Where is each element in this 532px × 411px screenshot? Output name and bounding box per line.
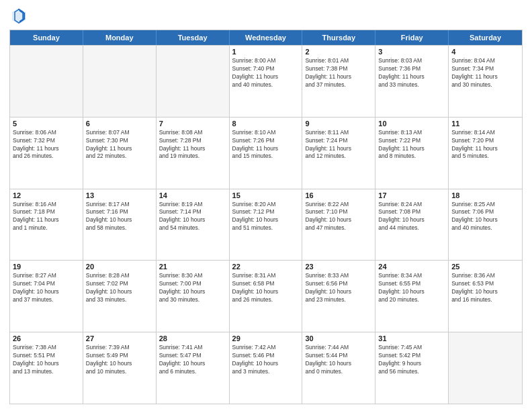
cell-line: Daylight: 10 hours [232,360,300,368]
cell-line: Sunset: 5:46 PM [232,352,300,360]
day-of-week-sunday: Sunday [10,30,83,45]
day-cell-14: 14Sunrise: 8:19 AMSunset: 7:14 PMDayligh… [157,189,230,261]
cell-line: Sunset: 7:16 PM [86,208,153,216]
cell-line: and 15 minutes. [232,152,300,161]
day-number: 31 [378,334,445,342]
cell-line: Sunset: 7:32 PM [13,137,80,145]
cell-line: Sunset: 7:36 PM [378,65,445,73]
cell-line: and 33 minutes. [86,296,153,304]
cell-line: and 0 minutes. [305,368,372,376]
cell-line: and 30 minutes. [451,81,519,89]
cell-line: Sunrise: 7:45 AM [378,344,445,352]
day-cell-1: 1Sunrise: 8:00 AMSunset: 7:40 PMDaylight… [230,46,303,117]
cell-line: and 37 minutes. [13,296,80,304]
logo-icon [9,7,28,26]
cell-line: and 23 minutes. [305,296,372,304]
cell-line: Sunrise: 8:06 AM [13,129,80,137]
cell-line: Sunrise: 7:41 AM [159,344,226,352]
cell-line: Sunset: 6:53 PM [451,280,519,288]
cell-line: Sunrise: 8:19 AM [159,201,226,209]
cell-line: and 33 minutes. [378,81,445,89]
cell-line: Sunrise: 8:01 AM [305,57,372,65]
cell-line: Sunset: 7:08 PM [378,208,445,216]
cell-line: Sunrise: 7:39 AM [86,344,153,352]
cell-line: and 16 minutes. [451,296,519,304]
cell-line: Sunset: 7:26 PM [232,137,300,145]
cell-line: Sunset: 7:18 PM [13,208,80,216]
cell-line: Daylight: 10 hours [305,216,372,224]
day-number: 2 [305,48,372,56]
day-cell-15: 15Sunrise: 8:20 AMSunset: 7:12 PMDayligh… [230,189,303,261]
day-cell-21: 21Sunrise: 8:30 AMSunset: 7:00 PMDayligh… [157,261,230,332]
cell-line: Sunrise: 8:14 AM [451,129,519,137]
cell-line: Daylight: 11 hours [305,73,372,81]
cell-line: Sunset: 7:34 PM [451,65,519,73]
day-cell-19: 19Sunrise: 8:27 AMSunset: 7:04 PMDayligh… [10,261,83,332]
day-number: 7 [159,120,226,128]
day-cell-12: 12Sunrise: 8:16 AMSunset: 7:18 PMDayligh… [10,189,83,261]
cell-line: Sunset: 7:24 PM [305,137,372,145]
cell-line: and 40 minutes. [232,81,300,89]
day-cell-16: 16Sunrise: 8:22 AMSunset: 7:10 PMDayligh… [302,189,375,261]
day-number: 9 [305,120,372,128]
cell-line: Daylight: 11 hours [13,145,80,153]
cell-line: and 1 minute. [13,224,80,232]
cell-line: Sunrise: 8:03 AM [378,57,445,65]
cell-line: Sunset: 7:38 PM [305,65,372,73]
day-of-week-friday: Friday [375,30,449,45]
day-cell-10: 10Sunrise: 8:13 AMSunset: 7:22 PMDayligh… [375,118,449,189]
cell-line: Sunrise: 7:42 AM [232,344,300,352]
day-number: 21 [159,263,226,271]
cell-line: Daylight: 11 hours [86,145,153,153]
day-cell-8: 8Sunrise: 8:10 AMSunset: 7:26 PMDaylight… [230,118,303,189]
day-number: 17 [378,191,445,199]
cell-line: and 37 minutes. [305,81,372,89]
cell-line: Sunset: 7:12 PM [232,208,300,216]
cell-line: Sunrise: 8:13 AM [378,129,445,137]
calendar-header: SundayMondayTuesdayWednesdayThursdayFrid… [10,30,522,45]
cell-line: and 30 minutes. [159,296,226,304]
cell-line: and 12 minutes. [305,152,372,161]
cell-line: Sunrise: 8:16 AM [13,201,80,209]
day-number: 16 [305,191,372,199]
day-of-week-monday: Monday [83,30,157,45]
day-number: 28 [159,334,226,342]
cell-line: Sunset: 5:49 PM [86,352,153,360]
cell-line: Daylight: 10 hours [86,288,153,296]
cell-line: Daylight: 11 hours [232,73,300,81]
page: SundayMondayTuesdayWednesdayThursdayFrid… [0,0,532,411]
cell-line: and 51 minutes. [232,224,300,232]
cell-line: Sunrise: 8:04 AM [451,57,519,65]
cell-line: Daylight: 11 hours [378,73,445,81]
day-number: 26 [13,334,80,342]
cell-line: Daylight: 11 hours [232,145,300,153]
cell-line: Daylight: 10 hours [13,360,80,368]
day-cell-28: 28Sunrise: 7:41 AMSunset: 5:47 PMDayligh… [157,332,230,404]
cell-line: Sunrise: 8:36 AM [451,272,519,280]
cell-line: Sunset: 5:44 PM [305,352,372,360]
cell-line: Sunrise: 8:00 AM [232,57,300,65]
cell-line: and 47 minutes. [305,224,372,232]
day-cell-25: 25Sunrise: 8:36 AMSunset: 6:53 PMDayligh… [449,261,522,332]
cell-line: Sunset: 7:14 PM [159,208,226,216]
cell-line: Sunrise: 8:25 AM [451,201,519,209]
cell-line: Daylight: 11 hours [378,145,445,153]
cell-line: Sunset: 7:02 PM [86,280,153,288]
day-number: 15 [232,191,300,199]
calendar-row-5: 26Sunrise: 7:38 AMSunset: 5:51 PMDayligh… [10,332,522,404]
cell-line: and 6 minutes. [159,368,226,376]
day-number: 12 [13,191,80,199]
cell-line: and 44 minutes. [378,224,445,232]
calendar-row-3: 12Sunrise: 8:16 AMSunset: 7:18 PMDayligh… [10,189,522,261]
day-cell-2: 2Sunrise: 8:01 AMSunset: 7:38 PMDaylight… [302,46,375,117]
cell-line: Daylight: 9 hours [378,360,445,368]
cell-line: and 19 minutes. [159,152,226,161]
cell-line: Sunrise: 7:38 AM [13,344,80,352]
cell-line: Sunset: 6:56 PM [305,280,372,288]
cell-line: and 26 minutes. [232,296,300,304]
cell-line: Sunrise: 8:34 AM [378,272,445,280]
cell-line: Sunset: 6:58 PM [232,280,300,288]
cell-line: Sunset: 7:20 PM [451,137,519,145]
day-number: 25 [451,263,519,271]
day-cell-23: 23Sunrise: 8:33 AMSunset: 6:56 PMDayligh… [302,261,375,332]
